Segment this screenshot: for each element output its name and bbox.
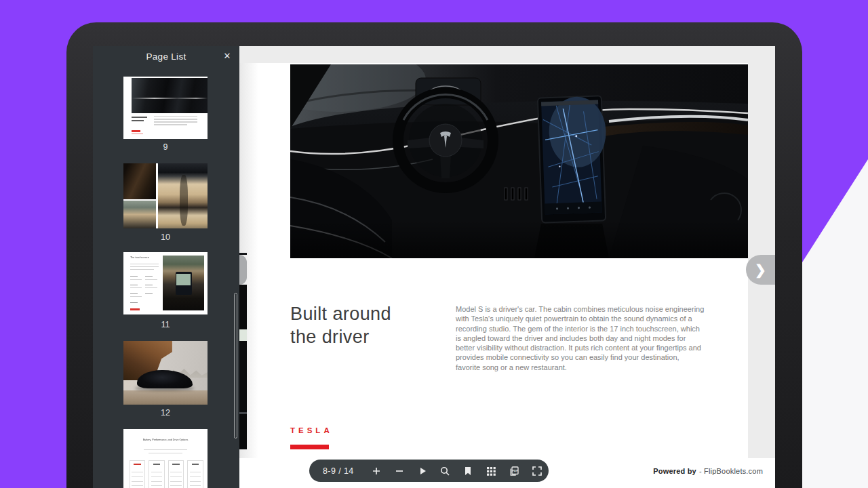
prev-page-button[interactable] bbox=[239, 255, 247, 285]
thumbnail-page-11[interactable]: The touchscreen bbox=[123, 252, 208, 314]
thumb9-cockpit-image bbox=[132, 78, 208, 113]
page-title-line1: Built around bbox=[290, 302, 391, 325]
bookmarks-button[interactable] bbox=[456, 460, 479, 482]
page-image-cockpit bbox=[290, 64, 748, 258]
page-indicator: 8-9 / 14 bbox=[323, 466, 361, 476]
thumb13-mini-title: Battery, Performance, and Drive Options bbox=[140, 439, 192, 441]
thumb10-seats-image bbox=[158, 163, 208, 228]
page-list-panel: Page List ✕ 9 10 bbox=[93, 46, 239, 488]
pdf-icon: PDF bbox=[509, 466, 519, 476]
thumbnail-page-12[interactable] bbox=[123, 341, 208, 405]
plus-icon bbox=[371, 466, 382, 476]
page-title: Built around the driver bbox=[290, 302, 391, 348]
tesla-wordmark: TESLA bbox=[290, 426, 333, 434]
page-grid-button[interactable] bbox=[479, 460, 502, 482]
sidebar-scrollbar[interactable] bbox=[234, 293, 237, 439]
cockpit-illustration bbox=[290, 64, 748, 258]
thumbnail-page-9[interactable] bbox=[123, 77, 208, 139]
close-page-list-button[interactable]: ✕ bbox=[220, 49, 234, 62]
thumbnail-page-13[interactable]: Battery, Performance, and Drive Options bbox=[123, 429, 208, 488]
thumbnail-label-12: 12 bbox=[123, 408, 208, 418]
pdf-icon-label: PDF bbox=[512, 468, 518, 472]
magnifier-icon bbox=[439, 466, 450, 476]
powered-by-label: Powered by bbox=[653, 467, 696, 475]
thumbnail-page-10[interactable] bbox=[123, 163, 208, 228]
autoplay-button[interactable] bbox=[411, 460, 434, 482]
chevron-right-icon: ❯ bbox=[755, 262, 766, 278]
fullscreen-icon bbox=[532, 466, 542, 476]
play-icon bbox=[417, 466, 428, 476]
thumb10-wood-image bbox=[123, 163, 156, 199]
thumb11-mini-heading: The touchscreen bbox=[130, 256, 149, 259]
bookmark-icon bbox=[462, 466, 473, 476]
left-page-edge bbox=[239, 253, 247, 449]
viewer-screen: Built around the driver Model S is a dri… bbox=[93, 46, 775, 488]
thumbnail-label-9: 9 bbox=[123, 142, 208, 152]
page-list-title: Page List bbox=[93, 52, 239, 62]
flipbook-viewer-scene: Built around the driver Model S is a dri… bbox=[0, 0, 868, 488]
next-page-button[interactable]: ❯ bbox=[746, 255, 775, 285]
fullscreen-button[interactable] bbox=[526, 460, 549, 482]
thumb11-screen bbox=[176, 272, 192, 295]
powered-by: Powered by- FlipBooklets.com bbox=[653, 467, 763, 475]
search-button[interactable] bbox=[434, 460, 457, 482]
grid-icon bbox=[486, 466, 496, 476]
bottom-toolbar: 8-9 / 14 bbox=[309, 460, 549, 482]
zoom-out-button[interactable] bbox=[388, 460, 411, 482]
download-pdf-button[interactable]: PDF bbox=[502, 460, 526, 482]
thumb11-console-image bbox=[163, 256, 204, 310]
zoom-in-button[interactable] bbox=[365, 460, 388, 482]
page-title-line2: the driver bbox=[290, 325, 391, 348]
close-icon: ✕ bbox=[224, 51, 231, 61]
thumbnail-label-11: 11 bbox=[123, 320, 208, 329]
minus-icon bbox=[394, 466, 405, 476]
page-body-text: Model S is a driver's car. The cabin com… bbox=[456, 304, 705, 372]
tesla-red-bar bbox=[290, 445, 329, 449]
thumb10-dash-image bbox=[123, 201, 156, 228]
flipbooklets-link[interactable]: - FlipBooklets.com bbox=[699, 467, 763, 475]
thumbnail-label-10: 10 bbox=[123, 232, 208, 242]
